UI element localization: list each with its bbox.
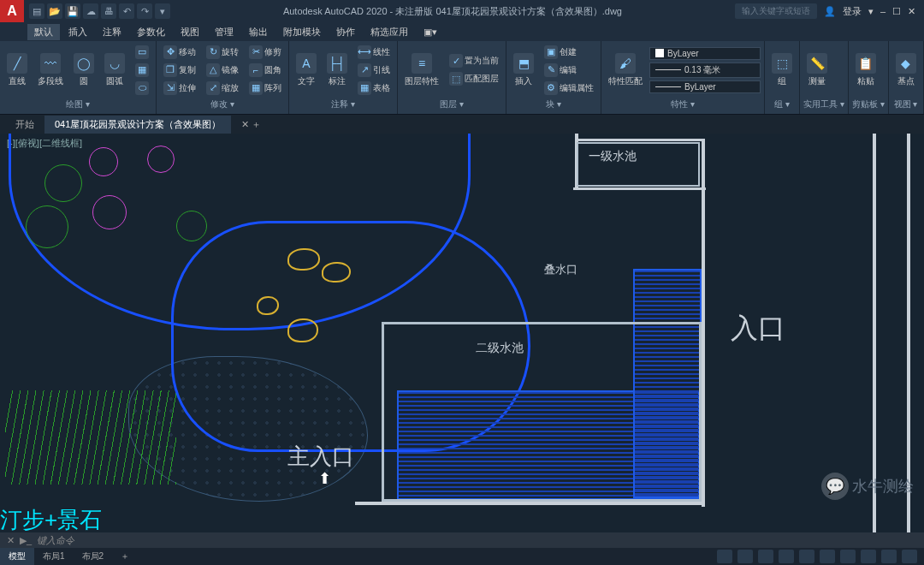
qat-open-icon[interactable]: 📂 bbox=[47, 3, 62, 19]
user-icon[interactable]: 👤 bbox=[824, 6, 836, 17]
doctab-start[interactable]: 开始 bbox=[5, 116, 44, 134]
text-button[interactable]: A文字 bbox=[293, 51, 320, 89]
status-ortho-icon[interactable] bbox=[779, 550, 794, 563]
ellipse-button[interactable]: ⬭ bbox=[132, 80, 152, 97]
scale-button[interactable]: ⤢缩放 bbox=[203, 80, 242, 97]
panel-groups-title[interactable]: 组 ▾ bbox=[768, 97, 796, 112]
linear-button[interactable]: ⟷线性 bbox=[354, 44, 394, 61]
minimize-icon[interactable]: – bbox=[880, 6, 886, 16]
paste-button[interactable]: 📋粘贴 bbox=[852, 51, 880, 89]
panel-util-title[interactable]: 实用工具 ▾ bbox=[803, 97, 844, 112]
tab-collab[interactable]: 协作 bbox=[329, 24, 362, 40]
panel-annot-title[interactable]: 注释 ▾ bbox=[293, 97, 394, 112]
close-icon[interactable]: ✕ bbox=[908, 6, 915, 17]
measure-button[interactable]: 📏测量 bbox=[803, 51, 831, 89]
group-button[interactable]: ⬚组 bbox=[768, 51, 796, 89]
tab-featured[interactable]: 精选应用 bbox=[364, 24, 415, 40]
qat-saveas-icon[interactable]: ☁ bbox=[83, 3, 98, 19]
hatch-button[interactable]: ▦ bbox=[132, 62, 152, 79]
status-anno-icon[interactable] bbox=[861, 550, 876, 563]
tab-add-layout-icon[interactable]: ＋ bbox=[112, 548, 138, 565]
doctab-file[interactable]: 041屋顶花园景观设计方案（含效果图） bbox=[44, 116, 231, 134]
table-button[interactable]: ▦表格 bbox=[354, 80, 394, 97]
tab-insert[interactable]: 插入 bbox=[62, 24, 94, 40]
editattr-button[interactable]: ⚙编辑属性 bbox=[541, 80, 597, 97]
tab-manage[interactable]: 管理 bbox=[208, 24, 240, 40]
wall bbox=[575, 139, 703, 141]
window-title: Autodesk AutoCAD 2020 - 未注册版 041屋顶花园景观设计… bbox=[170, 5, 735, 18]
tab-parametric[interactable]: 参数化 bbox=[130, 24, 172, 40]
copy-button[interactable]: ❐复制 bbox=[160, 62, 199, 79]
mirror-button[interactable]: △镜像 bbox=[203, 62, 242, 79]
cmd-close-icon[interactable]: ✕ bbox=[7, 535, 15, 546]
status-model-icon[interactable] bbox=[717, 550, 732, 563]
trim-button[interactable]: ✂修剪 bbox=[246, 44, 285, 61]
tab-layout1[interactable]: 布局1 bbox=[34, 548, 74, 565]
trim-icon: ✂ bbox=[249, 45, 263, 59]
tab-default[interactable]: 默认 bbox=[27, 24, 60, 40]
doctab-add-icon[interactable]: ✕ ＋ bbox=[231, 116, 271, 134]
stretch-button[interactable]: ⇲拉伸 bbox=[160, 80, 199, 97]
circle-button[interactable]: ◯圆 bbox=[70, 51, 98, 89]
panel-clip-title[interactable]: 剪贴板 ▾ bbox=[852, 97, 885, 112]
dim-button[interactable]: ├┤标注 bbox=[323, 51, 351, 89]
tab-annotate[interactable]: 注释 bbox=[96, 24, 128, 40]
layer-match-button[interactable]: ✓置为当前 bbox=[446, 52, 502, 69]
leader-button[interactable]: ↗引线 bbox=[354, 62, 394, 79]
command-line[interactable]: ✕ ▶_ 键入命令 bbox=[0, 532, 924, 548]
line-button[interactable]: ╱直线 bbox=[3, 51, 31, 89]
panel-modify-title[interactable]: 修改 ▾ bbox=[160, 97, 285, 112]
app-logo[interactable]: A bbox=[0, 0, 24, 22]
arc-button[interactable]: ◡圆弧 bbox=[101, 51, 128, 89]
status-menu-icon[interactable] bbox=[902, 550, 917, 563]
array-button[interactable]: ▦阵列 bbox=[246, 80, 285, 97]
qat-new-icon[interactable]: ▤ bbox=[29, 3, 44, 19]
status-polar-icon[interactable] bbox=[799, 550, 814, 563]
base-button[interactable]: ◆基点 bbox=[892, 51, 920, 89]
color-select[interactable]: ByLayer bbox=[649, 47, 761, 60]
polyline-button[interactable]: 〰多段线 bbox=[34, 51, 67, 89]
watermark: 💬 水牛测绘 bbox=[821, 473, 914, 500]
rect-button[interactable]: ▭ bbox=[132, 44, 152, 61]
linetype-select[interactable]: ByLayer bbox=[649, 80, 761, 93]
status-lwt-icon[interactable] bbox=[840, 550, 856, 563]
tab-view[interactable]: 视图 bbox=[174, 24, 206, 40]
fillet-button[interactable]: ⌐圆角 bbox=[246, 62, 285, 79]
wall bbox=[573, 187, 706, 190]
rotate-button[interactable]: ↻旋转 bbox=[203, 44, 242, 61]
panel-props-title[interactable]: 特性 ▾ bbox=[605, 97, 761, 112]
qat-redo-icon[interactable]: ↷ bbox=[137, 3, 152, 19]
insert-button[interactable]: ⬒插入 bbox=[510, 51, 537, 89]
status-toggles bbox=[717, 550, 924, 563]
tab-layout2[interactable]: 布局2 bbox=[74, 548, 113, 565]
login-link[interactable]: 登录 bbox=[843, 5, 862, 18]
panel-view-title[interactable]: 视图 ▾ bbox=[892, 97, 920, 112]
status-grid-icon[interactable] bbox=[737, 550, 753, 563]
panel-block-title[interactable]: 块 ▾ bbox=[510, 97, 597, 112]
layer-props-button[interactable]: ≡图层特性 bbox=[401, 51, 442, 89]
maximize-icon[interactable]: ☐ bbox=[892, 6, 901, 17]
qat-undo-icon[interactable]: ↶ bbox=[119, 3, 134, 19]
status-snap-icon[interactable] bbox=[758, 550, 773, 563]
help-icon[interactable]: ▾ bbox=[868, 6, 874, 17]
tab-expand-icon[interactable]: ▣▾ bbox=[417, 25, 444, 39]
match-props-button[interactable]: 🖌特性匹配 bbox=[605, 51, 646, 89]
qat-plot-icon[interactable]: 🖶 bbox=[101, 3, 116, 19]
tab-output[interactable]: 输出 bbox=[242, 24, 275, 40]
qat-save-icon[interactable]: 💾 bbox=[65, 3, 80, 19]
lineweight-select[interactable]: 0.13 毫米 bbox=[649, 62, 761, 78]
create-button[interactable]: ▣创建 bbox=[541, 44, 597, 61]
panel-layers-title[interactable]: 图层 ▾ bbox=[401, 97, 502, 112]
edit-button[interactable]: ✎编辑 bbox=[541, 62, 597, 79]
tab-model[interactable]: 模型 bbox=[0, 548, 34, 565]
move-button[interactable]: ✥移动 bbox=[160, 44, 199, 61]
qat-more-icon[interactable]: ▾ bbox=[155, 3, 170, 19]
layer-iso-button[interactable]: ⬚匹配图层 bbox=[446, 70, 502, 87]
status-ws-icon[interactable] bbox=[881, 550, 897, 563]
search-input[interactable]: 输入关键字或短语 bbox=[735, 3, 817, 19]
drawing-canvas[interactable]: [-][俯视][二维线框] 一级水池 二级水池 叠水口 入口 主入口 ⬆ 汀步+… bbox=[0, 134, 924, 532]
status-osnap-icon[interactable] bbox=[820, 550, 835, 563]
panel-draw-title[interactable]: 绘图 ▾ bbox=[3, 97, 152, 112]
tab-addins[interactable]: 附加模块 bbox=[276, 24, 328, 40]
measure-icon: 📏 bbox=[807, 53, 827, 74]
